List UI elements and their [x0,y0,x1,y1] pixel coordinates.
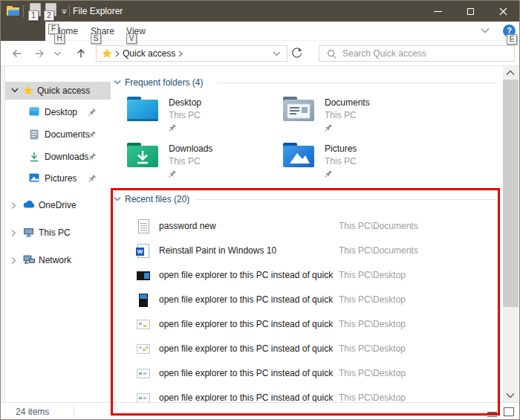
tile-location: This PC [325,110,357,120]
window-controls [421,1,519,22]
close-icon [499,7,507,16]
chevron-collapsed-icon[interactable] [11,256,16,265]
address-dropdown-chevron-icon[interactable] [273,51,281,56]
desktop-icon [29,107,39,117]
file-name: open file explorer to this PC instead of… [159,270,336,280]
frequent-folders-header[interactable]: Frequent folders (4) [125,77,203,88]
qat-customize-dropdown-icon[interactable] [61,10,68,14]
thumbnails-view-button[interactable] [501,405,516,419]
recent-files-header[interactable]: Recent files (20) [125,194,189,204]
minimize-button[interactable] [421,1,454,22]
file-path: This PC\Documents [339,245,418,256]
tile-location: This PC [169,110,201,120]
folder-tile-desktop[interactable]: Desktop This PC [124,93,273,136]
address-bar[interactable]: Quick access [96,45,287,62]
sidebar-item-documents[interactable]: Documents [5,126,111,143]
forward-icon[interactable] [33,48,45,59]
file-path: This PC\Desktop [339,319,406,329]
word-file-icon: W [137,244,149,258]
chevron-collapsed-icon[interactable] [11,229,16,237]
recent-file-row[interactable]: open file explorer to this PC instead of… [124,316,495,334]
keytip-qat1: 1 [28,10,39,21]
pin-icon [325,169,333,178]
recent-file-row[interactable]: open file explorer to this PC instead of… [124,365,495,383]
file-name: open file explorer to this PC instead of… [159,319,336,329]
sidebar-item-desktop[interactable]: Desktop [5,103,111,121]
network-icon [23,255,35,265]
up-icon[interactable] [75,48,87,59]
sidebar-item-quick-access[interactable]: Quick access [5,82,111,100]
file-name: open file explorer to this PC instead of… [159,294,336,305]
text-file-icon [138,219,149,233]
group-collapse-chevron-icon[interactable] [114,80,121,85]
sidebar-item-label: Downloads [45,152,88,162]
group-collapse-chevron-icon[interactable] [114,196,121,202]
keytip-qat2: 2 [44,10,54,21]
sidebar-item-label: Documents [45,129,90,140]
sidebar-item-label: Quick access [37,85,90,96]
details-view-button[interactable] [484,405,499,419]
thumbnails-view-icon [504,407,514,416]
sidebar-item-downloads[interactable]: Downloads [5,148,111,166]
scroll-up-icon[interactable] [506,70,515,76]
recent-file-row[interactable]: password new This PC\Documents [124,218,495,236]
chevron-down-icon[interactable] [481,28,490,33]
pin-icon [325,123,333,132]
close-button[interactable] [487,1,519,22]
chevron-expanded-icon[interactable] [11,87,19,94]
maximize-button[interactable] [454,1,487,22]
breadcrumb-chevron-icon[interactable] [178,51,183,57]
sidebar-item-onedrive[interactable]: OneDrive [5,196,111,214]
maximize-icon [467,8,474,15]
file-path: This PC\Desktop [339,343,406,354]
sidebar-item-this-pc[interactable]: This PC [5,224,111,242]
search-input[interactable] [342,48,514,59]
image-thumbnail-icon [139,294,148,307]
keytip-home: H [54,33,65,44]
pin-icon [169,169,177,178]
recent-file-row[interactable]: open file explorer to this PC instead of… [124,267,495,285]
recent-file-row[interactable]: W Reinstall Paint in Windows 10 This PC\… [124,242,495,260]
image-thumbnail-icon [137,320,150,329]
minimize-icon [434,11,442,12]
status-bar: 24 items [1,402,519,420]
scroll-down-icon[interactable] [506,392,515,398]
search-box[interactable] [319,45,515,62]
back-icon[interactable] [11,48,23,59]
recent-locations-chevron-icon[interactable] [53,48,62,59]
file-explorer-logo-icon [7,5,19,16]
search-icon [327,49,337,59]
group-header-rule [195,199,495,200]
tile-location: This PC [169,156,201,167]
keytip-share: S [91,33,101,44]
tile-name: Pictures [325,143,357,154]
word-badge: W [136,248,144,256]
folder-tile-pictures[interactable]: Pictures This PC [280,139,429,182]
file-path: This PC\Documents [339,221,418,231]
refresh-icon[interactable] [290,47,303,59]
quick-access-star-icon [102,48,112,59]
recent-file-row[interactable]: open file explorer to this PC instead of… [124,291,495,309]
pin-icon [88,130,97,138]
folder-tile-documents[interactable]: Documents This PC [280,93,429,136]
breadcrumb[interactable]: Quick access [123,48,175,59]
sidebar-item-network[interactable]: Network [5,251,111,269]
image-thumbnail-icon [137,271,150,280]
tile-name: Downloads [169,143,212,154]
file-name: Reinstall Paint in Windows 10 [159,245,336,256]
scrollbar-thumb[interactable] [503,80,519,307]
sidebar-item-pictures[interactable]: Pictures [5,169,111,187]
content-scrollbar[interactable] [503,66,519,402]
window-title: File Explorer [73,6,123,16]
sidebar-item-label: Pictures [45,173,77,184]
sidebar-item-label: This PC [39,227,71,238]
folder-tile-downloads[interactable]: Downloads This PC [124,139,273,182]
chevron-collapsed-icon[interactable] [11,201,16,210]
items-count: 24 items [16,407,49,417]
file-menu-button[interactable] [1,22,45,41]
download-icon [29,152,39,162]
file-name: open file explorer to this PC instead of… [159,392,336,403]
pictures-folder-icon [282,140,316,170]
pin-icon [88,108,97,116]
recent-file-row[interactable]: open file explorer to this PC instead of… [124,340,495,358]
